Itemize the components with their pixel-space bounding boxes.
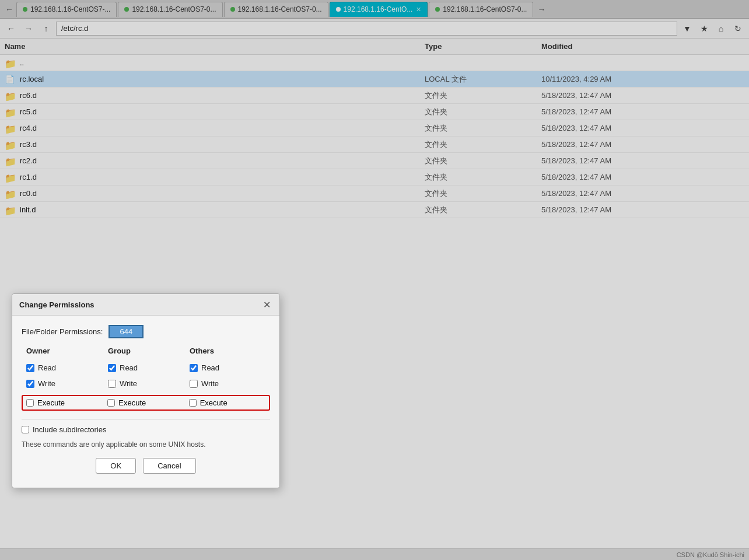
owner-read-label: Read [38, 363, 56, 372]
others-execute-label: Execute [200, 398, 228, 407]
permissions-row: File/Folder Permissions: [22, 325, 270, 338]
read-row: Read Read Read [22, 363, 270, 376]
perm-grid-header: Owner Group Others [22, 346, 270, 360]
subdirs-row: Include subdirectories [22, 425, 270, 434]
group-execute-label: Execute [118, 398, 146, 407]
owner-execute-checkbox[interactable] [26, 399, 34, 407]
info-text: These commands are only applicable on so… [22, 440, 270, 450]
separator [22, 419, 270, 419]
group-execute-cell: Execute [105, 398, 186, 407]
execute-row: Execute Execute Execute [22, 395, 270, 411]
group-write-label: Write [120, 379, 137, 388]
others-read-item: Read [190, 363, 265, 372]
group-execute-checkbox[interactable] [107, 399, 115, 407]
others-read-label: Read [201, 363, 219, 372]
permissions-label: File/Folder Permissions: [22, 327, 103, 336]
owner-write-label: Write [38, 379, 55, 388]
subdirs-label: Include subdirectories [33, 425, 106, 434]
group-read-checkbox[interactable] [108, 364, 116, 372]
others-write-item: Write [190, 379, 265, 388]
modal-buttons: OK Cancel [22, 458, 270, 474]
group-write-checkbox[interactable] [108, 380, 116, 388]
modal-body: File/Folder Permissions: Owner Group Oth… [12, 316, 279, 478]
others-read-checkbox[interactable] [190, 364, 198, 372]
owner-execute-label: Execute [37, 398, 65, 407]
modal-overlay: Change Permissions ✕ File/Folder Permiss… [0, 0, 749, 560]
others-execute-checkbox[interactable] [189, 399, 197, 407]
change-permissions-dialog: Change Permissions ✕ File/Folder Permiss… [12, 293, 280, 488]
owner-header: Owner [26, 346, 99, 355]
others-execute-cell: Execute [187, 398, 268, 407]
group-read-item: Read [108, 363, 180, 372]
group-read-label: Read [120, 363, 138, 372]
cancel-button[interactable]: Cancel [143, 458, 195, 474]
subdirs-checkbox[interactable] [22, 426, 29, 433]
owner-execute-cell: Execute [24, 398, 105, 407]
owner-write-item: Write [26, 379, 99, 388]
others-header: Others [190, 346, 265, 355]
modal-title: Change Permissions [19, 300, 94, 309]
group-write-item: Write [108, 379, 180, 388]
ok-button[interactable]: OK [96, 458, 136, 474]
group-header: Group [108, 346, 180, 355]
owner-write-checkbox[interactable] [26, 380, 34, 388]
modal-titlebar: Change Permissions ✕ [12, 294, 279, 316]
write-row: Write Write Write [22, 379, 270, 391]
permissions-input[interactable] [108, 325, 144, 338]
others-write-checkbox[interactable] [190, 380, 198, 388]
owner-read-checkbox[interactable] [26, 364, 34, 372]
others-write-label: Write [201, 379, 219, 388]
owner-read-item: Read [26, 363, 99, 372]
modal-close-button[interactable]: ✕ [261, 299, 272, 310]
